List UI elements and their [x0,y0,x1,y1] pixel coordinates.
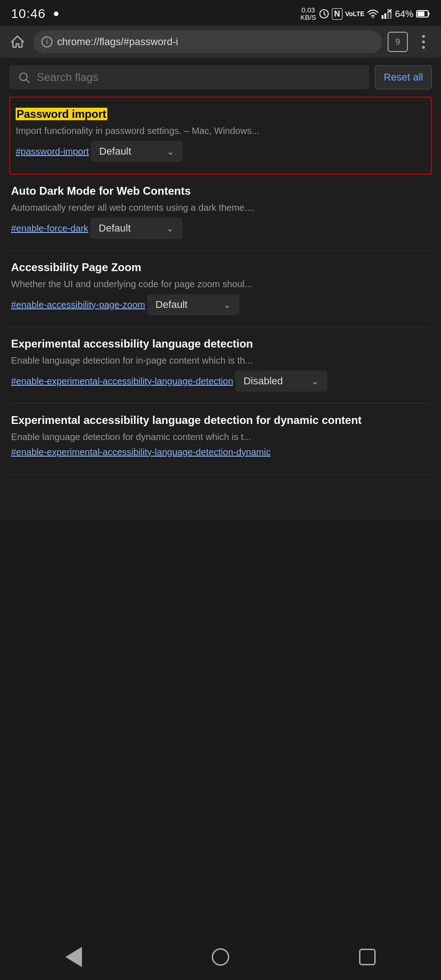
menu-dot-1 [422,35,425,38]
nfc-icon: N [332,8,342,20]
dropdown-arrow-experimental-a11y-lang: ⌄ [311,376,319,387]
status-dot [54,12,58,16]
svg-rect-10 [428,12,429,15]
wifi-icon [367,9,378,18]
menu-dot-3 [422,46,425,49]
dropdown-arrow-password-import: ⌄ [167,146,174,157]
flag-dropdown-auto-dark-mode[interactable]: Default ⌄ [90,218,182,239]
flag-title-auto-dark-mode: Auto Dark Mode for Web Contents [11,185,430,197]
status-bar: 10:46 0.03 KB/S N VoLTE [0,0,441,26]
flag-link-accessibility-page-zoom[interactable]: #enable-accessibility-page-zoom [11,300,145,310]
flag-desc-accessibility-page-zoom: Whether the UI and underlying code for p… [11,278,430,290]
battery-pct: 64% [395,9,413,19]
svg-rect-9 [418,12,424,16]
menu-dot-2 [422,41,425,43]
info-icon: i [41,36,52,47]
dropdown-label-accessibility-page-zoom: Default [156,299,218,311]
dropdown-label-auto-dark-mode: Default [99,222,161,234]
flag-desc-auto-dark-mode: Automatically render all web contents us… [11,201,430,214]
search-icon [17,71,30,84]
flag-title-experimental-a11y-lang: Experimental accessibility language dete… [11,337,430,350]
content-area: Reset all Password import Import functio… [0,58,441,521]
flag-title-password-import: Password import [16,108,425,121]
home-nav-icon [212,948,229,966]
home-icon [10,34,25,50]
tab-count-button[interactable]: 9 [388,32,408,52]
dropdown-label-password-import: Default [99,145,161,157]
back-button[interactable] [60,943,87,971]
search-input[interactable] [37,71,361,84]
flag-desc-experimental-a11y-lang: Enable language detection for in-page co… [11,354,430,367]
flag-item-experimental-a11y-lang: Experimental accessibility language dete… [9,327,432,404]
battery-icon [416,10,430,18]
flag-dropdown-password-import[interactable]: Default ⌄ [91,141,183,162]
address-bar[interactable]: i chrome://flags/#password-i [33,30,382,53]
address-text: chrome://flags/#password-i [57,36,178,48]
reset-all-button[interactable]: Reset all [375,65,432,89]
flag-title-experimental-a11y-lang-dynamic: Experimental accessibility language dete… [11,414,430,427]
flag-link-password-import[interactable]: #password-import [16,146,89,157]
flag-dropdown-accessibility-page-zoom[interactable]: Default ⌄ [147,294,239,315]
search-bar-row: Reset all [0,58,441,97]
flag-item-password-import: Password import Import functionality in … [9,97,432,174]
status-left: 10:46 [11,6,58,21]
menu-button[interactable] [413,32,434,52]
status-right: 0.03 KB/S N VoLTE 64% [301,6,430,22]
bottom-nav [0,937,441,980]
dropdown-label-experimental-a11y-lang: Disabled [244,375,306,387]
home-nav-button[interactable] [207,943,234,971]
flag-link-auto-dark-mode[interactable]: #enable-force-dark [11,223,88,234]
browser-nav: i chrome://flags/#password-i 9 [0,26,441,58]
flag-dropdown-experimental-a11y-lang[interactable]: Disabled ⌄ [235,371,327,392]
search-input-wrap[interactable] [9,65,369,89]
svg-point-1 [372,17,373,18]
dropdown-arrow-auto-dark-mode: ⌄ [166,223,174,234]
flags-list: Password import Import functionality in … [0,97,441,475]
clock-icon [319,9,329,19]
flag-desc-password-import: Import functionality in password setting… [16,124,425,137]
flag-link-experimental-a11y-lang-dynamic[interactable]: #enable-experimental-accessibility-langu… [11,447,271,458]
home-button[interactable] [7,32,28,52]
status-time: 10:46 [11,6,46,21]
recents-button[interactable] [354,943,381,971]
volte-icon: VoLTE [345,10,365,17]
flag-item-auto-dark-mode: Auto Dark Mode for Web Contents Automati… [9,174,432,251]
signal-icon [381,9,392,19]
status-kbs: 0.03 KB/S [301,6,316,22]
flag-title-accessibility-page-zoom: Accessibility Page Zoom [11,261,430,274]
svg-rect-3 [384,13,386,19]
recents-icon [359,949,376,965]
flag-item-experimental-a11y-lang-dynamic: Experimental accessibility language dete… [9,404,432,475]
back-icon [65,947,82,967]
flag-link-experimental-a11y-lang[interactable]: #enable-experimental-accessibility-langu… [11,376,233,387]
flag-desc-experimental-a11y-lang-dynamic: Enable language detection for dynamic co… [11,430,430,443]
dropdown-arrow-accessibility-page-zoom: ⌄ [223,299,231,310]
flag-item-accessibility-page-zoom: Accessibility Page Zoom Whether the UI a… [9,251,432,327]
page-bottom-spacer [0,475,441,521]
svg-rect-2 [382,15,383,19]
svg-line-12 [26,80,29,82]
